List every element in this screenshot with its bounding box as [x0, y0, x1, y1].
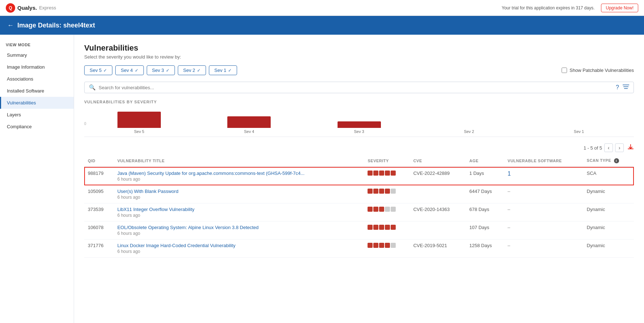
cell-severity [364, 221, 409, 240]
col-header-title: Vulnerability Title [114, 155, 364, 167]
sidebar-item-compliance[interactable]: Compliance [0, 121, 74, 133]
col-header-qid: QID [84, 155, 114, 167]
sev3-check: ✓ [166, 68, 169, 73]
sev3-button[interactable]: Sev 3 ✓ [147, 65, 175, 75]
sidebar-item-layers[interactable]: Layers [0, 109, 74, 121]
cell-vuln-software: – [504, 203, 583, 221]
main-content: Vulnerabilities Select the severity you … [74, 35, 644, 323]
sidebar-item-installed-software[interactable]: Installed Software [0, 85, 74, 97]
search-icon: 🔍 [89, 84, 96, 91]
sidebar-section-title: View Mode [0, 39, 74, 49]
vulnerabilities-table: QID Vulnerability Title Severity CVE Age… [84, 155, 634, 258]
back-arrow-button[interactable]: ← [7, 22, 14, 29]
trial-text: Your trial for this application expires … [502, 5, 594, 10]
vuln-time: 6 hours ago [117, 249, 361, 254]
sidebar-item-associations[interactable]: Associations [0, 73, 74, 85]
col-header-severity: Severity [364, 155, 409, 167]
bar-label-sev2: Sev 2 [464, 129, 474, 134]
pagination-text: 1 - 5 of 5 [584, 145, 602, 151]
cell-qid: 105095 [84, 185, 114, 203]
vuln-time: 6 hours ago [117, 231, 361, 236]
sev2-check: ✓ [197, 68, 201, 73]
cell-scan-type: Dynamic [583, 185, 634, 203]
cell-age: 678 Days [466, 203, 504, 221]
cell-qid: 371776 [84, 240, 114, 258]
cell-severity [364, 185, 409, 203]
cell-age: 107 Days [466, 221, 504, 240]
bar-col-sev1: Sev 1 [524, 128, 634, 134]
sev5-check: ✓ [103, 68, 107, 73]
cell-cve [410, 185, 466, 203]
cell-vuln-software: – [504, 240, 583, 258]
cell-title[interactable]: Java (Maven) Security Update for org.apa… [114, 167, 364, 185]
upgrade-button[interactable]: Upgrade Now! [601, 4, 638, 12]
next-page-button[interactable]: › [615, 143, 624, 152]
vuln-time: 6 hours ago [117, 213, 361, 218]
sidebar-item-image-information[interactable]: Image Information [0, 61, 74, 73]
vuln-title-link[interactable]: EOL/Obsolete Operating System: Alpine Li… [117, 225, 259, 230]
prev-page-button[interactable]: ‹ [604, 143, 613, 152]
severity-filter-row: Sev 5 ✓ Sev 4 ✓ Sev 3 ✓ Sev 2 ✓ Sev 1 ✓ … [84, 65, 634, 75]
bar-chart-area: Sev 5 Sev 4 Sev 3 Sev 2 [84, 108, 634, 134]
cell-age: 6447 Days [466, 185, 504, 203]
bar-label-sev4: Sev 4 [244, 129, 254, 134]
vuln-title-link[interactable]: Java (Maven) Security Update for org.apa… [117, 171, 305, 176]
download-button[interactable] [627, 144, 634, 152]
cell-cve: CVE-2020-14363 [410, 203, 466, 221]
cell-qid: 373539 [84, 203, 114, 221]
bar-sev5 [117, 112, 161, 128]
vuln-title-link[interactable]: Linux Docker Image Hard-Coded Credential… [117, 243, 236, 248]
vuln-title-link[interactable]: User(s) With Blank Password [117, 189, 179, 194]
bar-col-sev4: Sev 4 [194, 116, 304, 134]
cell-title[interactable]: Linux Docker Image Hard-Coded Credential… [114, 240, 364, 258]
cell-title[interactable]: EOL/Obsolete Operating System: Alpine Li… [114, 221, 364, 240]
top-navigation: Q Qualys. Express Your trial for this ap… [0, 0, 644, 16]
vuln-time: 6 hours ago [117, 195, 361, 200]
bar-col-sev2: Sev 2 [414, 128, 524, 134]
vuln-title-link[interactable]: LibX11 Integer Overflow Vulnerability [117, 207, 194, 212]
cell-severity [364, 167, 409, 185]
scan-type-info-icon[interactable]: i [614, 158, 619, 163]
sidebar: View Mode Summary Image Information Asso… [0, 35, 74, 323]
show-patchable-checkbox[interactable] [562, 68, 567, 73]
cell-vuln-software: – [504, 185, 583, 203]
cell-cve: CVE-2022-42889 [410, 167, 466, 185]
cell-scan-type: Dynamic [583, 240, 634, 258]
table-row[interactable]: 988179 Java (Maven) Security Update for … [84, 167, 634, 185]
page-subtitle: Select the severity you would like to re… [84, 54, 634, 60]
help-icon[interactable]: ? [616, 84, 619, 91]
search-input[interactable] [99, 85, 616, 90]
table-row[interactable]: 106078 EOL/Obsolete Operating System: Al… [84, 221, 634, 240]
cell-vuln-software: 1 [504, 167, 583, 185]
sev1-button[interactable]: Sev 1 ✓ [209, 65, 237, 75]
cell-qid: 988179 [84, 167, 114, 185]
cell-title[interactable]: User(s) With Blank Password 6 hours ago [114, 185, 364, 203]
page-title-header: Image Details: sheel4text [17, 22, 95, 29]
sev1-check: ✓ [228, 68, 232, 73]
table-row[interactable]: 373539 LibX11 Integer Overflow Vulnerabi… [84, 203, 634, 221]
chart-section-label: Vulnerabilities by Severity [84, 100, 634, 104]
col-header-scan-type: Scan Type i [583, 155, 634, 167]
sev5-button[interactable]: Sev 5 ✓ [84, 65, 112, 75]
cell-severity [364, 240, 409, 258]
sidebar-item-summary[interactable]: Summary [0, 49, 74, 61]
cell-cve: CVE-2019-5021 [410, 240, 466, 258]
sev4-button[interactable]: Sev 4 ✓ [115, 65, 143, 75]
vulnerability-chart: Vulnerabilities by Severity 0 Sev 5 Sev … [84, 100, 634, 137]
table-row[interactable]: 371776 Linux Docker Image Hard-Coded Cre… [84, 240, 634, 258]
cell-scan-type: Dynamic [583, 221, 634, 240]
sev2-button[interactable]: Sev 2 ✓ [178, 65, 206, 75]
cell-title[interactable]: LibX11 Integer Overflow Vulnerability 6 … [114, 203, 364, 221]
sidebar-item-vulnerabilities[interactable]: Vulnerabilities [0, 97, 74, 109]
cell-cve [410, 221, 466, 240]
cell-scan-type: SCA [583, 167, 634, 185]
table-row[interactable]: 105095 User(s) With Blank Password 6 hou… [84, 185, 634, 203]
bar-sev3 [338, 121, 381, 128]
cell-vuln-software: – [504, 221, 583, 240]
filter-icon[interactable] [623, 84, 629, 91]
page-title: Vulnerabilities [84, 43, 634, 53]
qualys-logo: Q Qualys. Express [6, 3, 56, 13]
sev4-check: ✓ [135, 68, 138, 73]
vuln-time: 6 hours ago [117, 177, 361, 182]
bar-label-sev5: Sev 5 [134, 129, 144, 134]
